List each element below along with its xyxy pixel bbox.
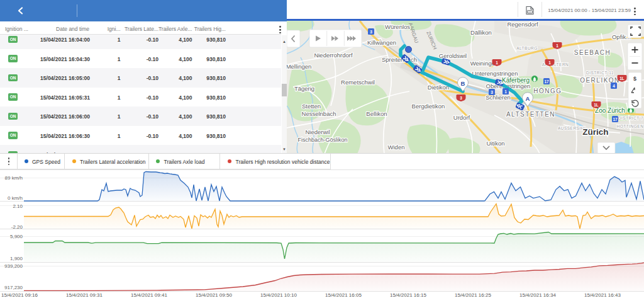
svg-text:Stetten: Stetten: [302, 103, 321, 110]
svg-text:3: 3: [491, 90, 493, 94]
svg-text:Unterengstringen: Unterengstringen: [472, 70, 518, 77]
svg-text:1: 1: [548, 60, 551, 65]
svg-text:17: 17: [613, 117, 618, 122]
svg-text:3: 3: [370, 30, 372, 34]
svg-text:Urdorf: Urdorf: [453, 114, 470, 121]
svg-text:Tägerig: Tägerig: [294, 85, 314, 92]
svg-text:Widen: Widen: [388, 144, 405, 151]
svg-text:Niederwil: Niederwil: [305, 129, 330, 135]
svg-text:1: 1: [556, 43, 558, 48]
svg-text:Zoo Zürich: Zoo Zürich: [595, 107, 625, 114]
svg-text:Bellikon: Bellikon: [366, 110, 387, 117]
svg-text:DISTRICT 11: DISTRICT 11: [586, 71, 614, 75]
svg-text:1: 1: [496, 60, 498, 65]
svg-text:Remetschwil: Remetschwil: [341, 79, 375, 86]
svg-text:Fischbach-Göslikon: Fischbach-Göslikon: [297, 137, 347, 143]
svg-text:1L: 1L: [594, 103, 599, 107]
svg-text:SEEBACH: SEEBACH: [574, 49, 611, 56]
svg-text:Killwangen: Killwangen: [367, 39, 396, 46]
svg-text:1L: 1L: [619, 76, 625, 81]
svg-text:ALTBURG: ALTBURG: [516, 46, 538, 50]
svg-text:Käferberg: Käferberg: [502, 77, 530, 84]
svg-text:Bergdietikon: Bergdietikon: [412, 103, 445, 110]
svg-text:3: 3: [460, 96, 462, 100]
svg-text:B: B: [461, 80, 465, 87]
svg-text:$: $: [633, 76, 636, 82]
svg-text:Spreitenbach: Spreitenbach: [382, 56, 417, 63]
svg-text:Würenlos: Würenlos: [385, 23, 410, 30]
svg-text:Dällikon: Dällikon: [470, 29, 492, 36]
svg-text:Zürich: Zürich: [582, 127, 608, 137]
svg-text:17: 17: [544, 79, 549, 84]
svg-text:Nesselnbach: Nesselnbach: [302, 110, 336, 117]
svg-text:HÖNGG: HÖNGG: [533, 88, 562, 94]
svg-text:HOTTINGEN: HOTTINGEN: [617, 124, 644, 129]
svg-text:Geroldswil: Geroldswil: [439, 52, 467, 59]
svg-text:Niederrohrdorf: Niederrohrdorf: [314, 52, 353, 59]
svg-text:1: 1: [504, 89, 507, 94]
svg-text:DISTRICT 7: DISTRICT 7: [618, 116, 643, 120]
svg-text:Mellingen: Mellingen: [287, 63, 311, 70]
svg-text:Regensdorf: Regensdorf: [507, 21, 538, 28]
svg-text:4: 4: [613, 84, 615, 88]
svg-text:ALTSTETTEN: ALTSTETTEN: [506, 111, 555, 118]
svg-text:A: A: [526, 95, 530, 102]
svg-text:Uitikon: Uitikon: [486, 140, 504, 147]
